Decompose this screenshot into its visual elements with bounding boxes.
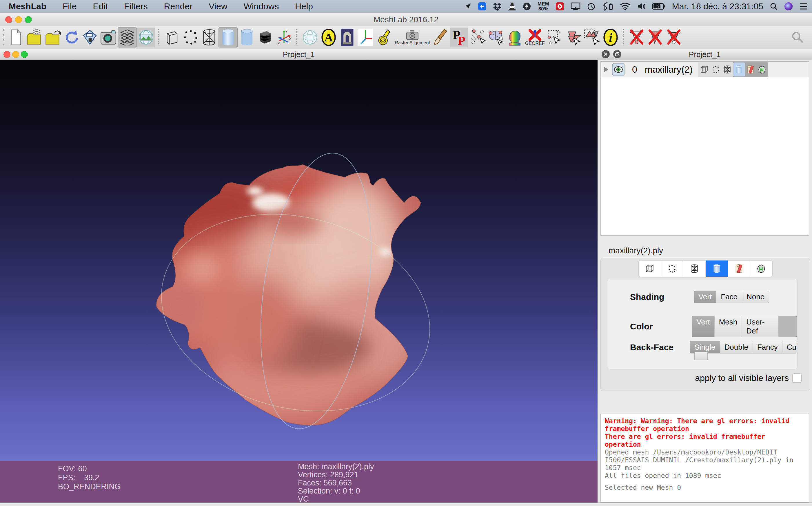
airplay-display-icon[interactable] xyxy=(570,1,581,12)
reload-icon[interactable] xyxy=(62,27,80,47)
menu-app-name[interactable]: MeshLab xyxy=(9,1,46,11)
show-layers-icon[interactable] xyxy=(118,27,137,48)
tab-points[interactable] xyxy=(661,260,683,277)
backface-option-single[interactable]: Single xyxy=(690,341,720,353)
notification-center-icon[interactable] xyxy=(799,1,808,12)
backface-extra-button[interactable] xyxy=(694,352,708,360)
menu-item-windows[interactable]: Windows xyxy=(244,1,279,11)
wifi-icon[interactable] xyxy=(620,1,630,12)
layer-row[interactable]: 0 maxillary(2) xyxy=(601,62,809,77)
trackball-icon[interactable] xyxy=(301,27,319,47)
tab-quality[interactable] xyxy=(750,260,772,277)
decorations-file-label: maxillary(2).ply xyxy=(609,246,663,255)
color-option-vert[interactable]: Vert xyxy=(692,316,714,337)
select-faces-icon[interactable] xyxy=(564,27,583,47)
select-faces-rect-icon[interactable] xyxy=(583,27,601,47)
color-option-userdef[interactable]: User-Def xyxy=(742,316,779,337)
draw-bbox-icon[interactable] xyxy=(163,27,182,47)
layer-index: 0 xyxy=(632,64,637,75)
draw-wireframe-icon[interactable] xyxy=(200,27,218,47)
power-flash-icon[interactable] xyxy=(523,1,531,12)
draw-points-icon[interactable] xyxy=(182,27,200,47)
menu-clock[interactable]: Mar. 18 déc. à 23:31:05 xyxy=(672,1,763,11)
layer-points-icon[interactable] xyxy=(710,63,722,76)
paint-tool-icon[interactable] xyxy=(431,27,450,47)
layer-smooth-icon[interactable] xyxy=(733,63,745,76)
memory-status[interactable]: MEM 80% xyxy=(538,1,549,11)
layer-wireframe-icon[interactable] xyxy=(722,63,733,76)
raster-alignment-button[interactable]: Raster Alignment xyxy=(394,27,431,47)
toolbar-search-icon[interactable] xyxy=(788,27,807,47)
layer-quality-icon[interactable] xyxy=(756,63,768,76)
menu-item-file[interactable]: File xyxy=(63,1,76,11)
import-mesh-icon[interactable] xyxy=(44,27,62,47)
time-machine-icon[interactable] xyxy=(587,1,596,12)
shading-option-vert[interactable]: Vert xyxy=(694,291,717,303)
select-vertices-icon[interactable] xyxy=(546,27,564,47)
viewport-title: Project_1 xyxy=(0,50,598,59)
show-axes-icon[interactable]: YXZ xyxy=(275,27,293,47)
teamviewer-icon[interactable] xyxy=(478,1,486,12)
delete-vertices-icon[interactable] xyxy=(627,27,646,47)
siri-icon[interactable] xyxy=(784,1,793,12)
volume-icon[interactable] xyxy=(637,1,646,12)
menu-item-help[interactable]: Help xyxy=(295,1,313,11)
draw-voxel-cube-icon[interactable] xyxy=(256,27,275,47)
draw-smooth-cylinder-icon[interactable] xyxy=(218,27,238,48)
tab-smooth[interactable] xyxy=(706,260,728,277)
align-tool-icon[interactable] xyxy=(487,27,505,47)
show-raster-icon[interactable] xyxy=(137,27,155,47)
draw-flat-cylinder-icon[interactable] xyxy=(238,27,256,47)
delete-faces-vertices-icon[interactable] xyxy=(665,27,683,47)
spotlight-search-icon[interactable] xyxy=(770,1,778,12)
info-icon[interactable]: i xyxy=(601,27,620,47)
mesh-canvas[interactable]: FOV: 60 FPS: 39.2 BO_RENDERING Mesh: max… xyxy=(0,60,598,503)
ambient-decorator-icon[interactable]: A xyxy=(319,27,338,47)
georef-button[interactable]: GEOREF xyxy=(524,27,546,47)
vlc-icon[interactable] xyxy=(508,1,516,12)
viewport-status-bar: FOV: 60 FPS: 39.2 BO_RENDERING Mesh: max… xyxy=(0,461,598,503)
layer-visibility-eye-icon[interactable] xyxy=(612,63,624,76)
backface-option-cull[interactable]: Cull xyxy=(783,341,797,353)
bluetooth-battery-icon[interactable] xyxy=(602,1,613,12)
backface-option-double[interactable]: Double xyxy=(720,341,753,353)
menu-item-view[interactable]: View xyxy=(209,1,227,11)
battery-charging-icon[interactable] xyxy=(652,1,666,12)
dock-title: Project_1 xyxy=(598,50,812,59)
open-project-icon[interactable] xyxy=(25,27,44,47)
point-picker-icon[interactable] xyxy=(468,27,487,47)
location-arrow-icon[interactable] xyxy=(464,1,472,12)
menu-item-filters[interactable]: Filters xyxy=(124,1,148,11)
shading-option-none[interactable]: None xyxy=(742,291,769,303)
svg-text:Y: Y xyxy=(285,29,288,33)
new-document-icon[interactable] xyxy=(6,27,25,47)
log-line-info: All files opened in 1089 msec xyxy=(605,472,805,480)
pp-filter-icon[interactable]: PP xyxy=(450,27,468,47)
apply-all-layers-checkbox[interactable] xyxy=(792,373,802,383)
menu-item-edit[interactable]: Edit xyxy=(93,1,108,11)
render-mode-tabbar xyxy=(638,260,772,277)
layer-expand-icon[interactable] xyxy=(604,67,608,72)
tab-bbox[interactable] xyxy=(639,260,661,277)
quality-mapper-icon[interactable] xyxy=(505,27,524,47)
toolbar-drag-handle[interactable] xyxy=(1,29,5,46)
dropbox-icon[interactable] xyxy=(493,1,501,12)
tab-wireframe[interactable] xyxy=(683,260,706,277)
tab-texture[interactable] xyxy=(728,260,750,277)
measure-tool-icon[interactable] xyxy=(375,27,394,47)
background-image-icon[interactable] xyxy=(338,27,356,47)
delete-faces-icon[interactable] xyxy=(646,27,665,47)
layer-texture-icon[interactable] xyxy=(745,63,756,76)
axis-decorator-icon[interactable] xyxy=(356,27,375,47)
backface-option-fancy[interactable]: Fancy xyxy=(753,341,783,353)
menu-item-render[interactable]: Render xyxy=(164,1,192,11)
snapshot-icon[interactable] xyxy=(99,27,118,47)
dock-titlebar: Project_1 xyxy=(598,49,812,60)
red-app-icon[interactable] xyxy=(555,1,564,12)
hud-render-mode: BO_RENDERING xyxy=(58,482,121,491)
shading-option-face[interactable]: Face xyxy=(717,291,742,303)
shading-segmented-control: Vert Face None xyxy=(694,290,769,303)
layer-bbox-icon[interactable] xyxy=(698,63,710,76)
color-option-mesh[interactable]: Mesh xyxy=(715,316,742,337)
save-icon[interactable] xyxy=(80,27,99,47)
